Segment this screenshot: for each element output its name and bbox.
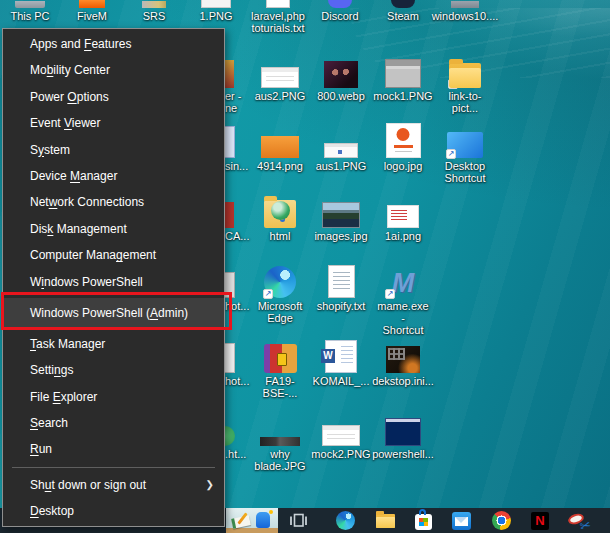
computer-icon — [15, 1, 45, 8]
menu-separator — [12, 467, 215, 468]
page-sliver-icon — [225, 343, 235, 373]
menu-item-settings[interactable]: Settings — [3, 357, 224, 383]
desktop-icon-partial-5[interactable]: hot... — [225, 339, 253, 387]
landscape-photo-icon — [322, 202, 360, 228]
green-sphere-sliver-icon — [225, 426, 235, 446]
desktop-icon-html[interactable]: html — [252, 194, 308, 242]
desk-icon — [226, 528, 278, 533]
desktop-icon-mock1[interactable]: mock1.PNG — [375, 54, 431, 102]
document-sliver-icon — [225, 126, 235, 158]
blade-photo-icon — [260, 437, 300, 446]
task-view-button[interactable] — [280, 508, 316, 533]
menu-item-system[interactable]: System — [3, 137, 224, 163]
menu-item-desktop[interactable]: Desktop — [3, 498, 224, 524]
menu-item-shutdown-or-signout[interactable]: Shut down or sign out❯ — [3, 472, 224, 498]
image-file-icon — [201, 0, 231, 8]
text-file-icon — [266, 0, 290, 8]
desktop-icon-why-blade[interactable]: whyblade.JPG — [252, 412, 308, 472]
red-text-image-icon — [387, 205, 419, 228]
menu-item-run[interactable]: Run — [3, 436, 224, 462]
desktop-icon-mock2[interactable]: mock2.PNG — [313, 412, 369, 460]
menu-item-windows-powershell[interactable]: Windows PowerShell — [3, 269, 224, 295]
menu-item-apps-and-features[interactable]: Apps and Features — [3, 31, 224, 57]
menu-item-file-explorer[interactable]: File Explorer — [3, 384, 224, 410]
snipping-tool-icon: ✂ — [566, 510, 590, 531]
desktop-icon-fivem[interactable]: FiveM — [64, 0, 120, 22]
desktop-icon-this-pc[interactable]: This PC — [2, 0, 58, 22]
menu-item-search[interactable]: Search — [3, 410, 224, 436]
screenshot-thumbnail-icon — [322, 425, 360, 446]
desktop-icon-edge[interactable]: ↗ MicrosoftEdge — [252, 264, 308, 324]
desktop-icon-mame[interactable]: M↗ mame.exe -Shortcut — [375, 264, 431, 336]
task-view-icon — [289, 513, 308, 528]
powershell-admin-highlight-annotation — [1, 292, 232, 330]
desktop-icon-aus1[interactable]: aus1.PNG — [313, 124, 369, 172]
powershell-console-icon — [385, 418, 421, 446]
mail-button[interactable] — [443, 508, 479, 533]
orange-image-thumbnail-icon — [261, 136, 299, 158]
menu-item-device-manager[interactable]: Device Manager — [3, 163, 224, 189]
scissors-icon: ✂ — [578, 517, 592, 533]
netflix-icon: N — [531, 512, 549, 530]
logo-image-icon — [386, 123, 421, 158]
desktop-icon-800webp[interactable]: 800.webp — [313, 54, 369, 102]
desktop-icon-desktop-shortcut[interactable]: ↗ DesktopShortcut — [437, 124, 493, 184]
chrome-button[interactable] — [483, 508, 519, 533]
shortcut-arrow-icon: ↗ — [263, 289, 273, 299]
desktop-icon-partial-1[interactable]: er -ne — [225, 54, 253, 114]
desktop-icon-windows10[interactable]: windows10.... — [437, 0, 493, 22]
mame-icon: M↗ — [386, 268, 420, 298]
dark-photo-thumbnail-icon — [324, 61, 358, 88]
desktop-icon-fa19-rar[interactable]: FA19-BSE-... — [252, 339, 308, 399]
grey-window-thumbnail-icon — [385, 59, 421, 88]
desktop-icon-partial-3[interactable]: CA... — [225, 194, 253, 242]
menu-item-disk-management[interactable]: Disk Management — [3, 216, 224, 242]
desktop-icon-1png[interactable]: 1.PNG — [188, 0, 244, 22]
netflix-button[interactable]: N — [522, 508, 558, 533]
microsoft-store-button[interactable] — [405, 508, 441, 533]
screenshot-thumbnail-icon — [261, 67, 299, 88]
desktop-icon-shopify-txt[interactable]: shopify.txt — [313, 264, 369, 312]
html-folder-icon — [264, 200, 296, 228]
backpack-icon — [256, 512, 270, 528]
desktop-icon-logo[interactable]: logo.jpg — [375, 124, 431, 172]
desktop-icon-laravel-txt[interactable]: laravel,phptoturials.txt — [250, 0, 306, 34]
desktop-icon-srs[interactable]: SRS — [126, 0, 182, 22]
desktop-icon-dekstop-ini[interactable]: dekstop.ini... — [375, 339, 431, 387]
desktop-icon-partial-2[interactable]: sin... — [225, 124, 253, 172]
winx-context-menu: Apps and Features Mobility Center Power … — [2, 28, 225, 527]
menu-item-mobility-center[interactable]: Mobility Center — [3, 57, 224, 83]
edge-icon — [336, 511, 355, 530]
snipping-tool-button[interactable]: ✂ — [560, 508, 596, 533]
desktop-icon-link-to-pict[interactable]: ↗ link-to-pict... — [437, 54, 493, 114]
chrome-icon — [492, 511, 511, 530]
desktop-icon-images[interactable]: images.jpg — [313, 194, 369, 242]
desktop-icon-discord[interactable]: Discord — [312, 0, 368, 22]
srs-icon — [142, 1, 166, 8]
edge-taskbar-button[interactable] — [327, 508, 363, 533]
blue-window-icon: ↗ — [447, 132, 483, 158]
taskbar-active-app-button[interactable] — [226, 508, 278, 533]
desktop-icon-steam[interactable]: Steam — [375, 0, 431, 22]
winrar-icon — [264, 344, 297, 373]
file-explorer-button[interactable] — [367, 508, 403, 533]
desktop-icon-powershell[interactable]: powershell... — [375, 412, 431, 460]
store-bag-icon — [415, 514, 432, 530]
menu-item-event-viewer[interactable]: Event Viewer — [3, 110, 224, 136]
menu-item-network-connections[interactable]: Network Connections — [3, 189, 224, 215]
desktop-icon-4914[interactable]: 4914.png — [252, 124, 308, 172]
windows10-file-icon — [451, 1, 479, 8]
desktop-icon-1ai[interactable]: 1ai.png — [375, 194, 431, 242]
folder-icon — [376, 514, 395, 528]
menu-item-power-options[interactable]: Power Options — [3, 84, 224, 110]
menu-item-task-manager[interactable]: Task Manager — [3, 331, 224, 357]
discord-icon — [328, 0, 352, 8]
shortcut-arrow-icon: ↗ — [448, 79, 458, 89]
desktop-icon-partial-6[interactable]: .ht... — [225, 412, 253, 460]
envelope-icon — [452, 512, 471, 530]
menu-item-computer-management[interactable]: Computer Management — [3, 242, 224, 268]
desktop-icon-komail-doc[interactable]: W KOMAIL_... — [313, 339, 369, 387]
desktop-icon-aus2[interactable]: aus2.PNG — [252, 54, 308, 102]
archive-sliver-icon — [225, 202, 234, 228]
edge-icon: ↗ — [264, 266, 296, 298]
